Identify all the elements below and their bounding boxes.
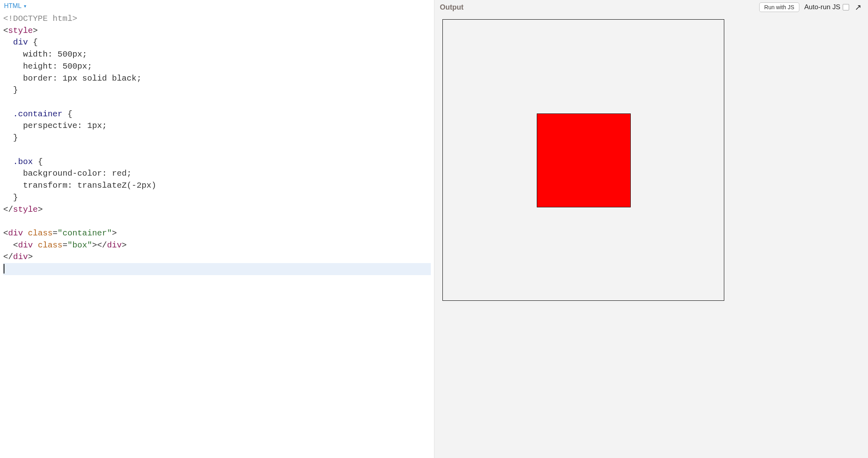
preview-area bbox=[434, 14, 868, 458]
code-line: <!DOCTYPE html> bbox=[3, 13, 431, 25]
code-editor[interactable]: <!DOCTYPE html><style> div { width: 500p… bbox=[0, 11, 434, 458]
code-editor-pane: HTML ▼ <!DOCTYPE html><style> div { widt… bbox=[0, 0, 434, 458]
code-line bbox=[3, 96, 431, 108]
output-pane: Output Run with JS Auto-run JS ↗ bbox=[434, 0, 868, 458]
code-line: background-color: red; bbox=[3, 168, 431, 180]
code-line: .container { bbox=[3, 108, 431, 120]
code-line: perspective: 1px; bbox=[3, 120, 431, 132]
code-line bbox=[3, 215, 431, 227]
code-line: <div class="box"></div> bbox=[3, 239, 431, 251]
autorun-label: Auto-run JS bbox=[804, 3, 840, 11]
code-line bbox=[3, 263, 431, 275]
autorun-toggle[interactable]: Auto-run JS bbox=[804, 3, 849, 11]
expand-icon[interactable]: ↗ bbox=[854, 3, 862, 11]
output-title: Output bbox=[440, 3, 754, 12]
code-line: <div class="container"> bbox=[3, 227, 431, 239]
code-line: border: 1px solid black; bbox=[3, 73, 431, 85]
code-line: div { bbox=[3, 36, 431, 49]
language-label: HTML bbox=[4, 2, 22, 10]
code-line: .box { bbox=[3, 156, 431, 168]
preview-box-div bbox=[537, 113, 631, 207]
code-line: height: 500px; bbox=[3, 61, 431, 73]
code-line: width: 500px; bbox=[3, 49, 431, 61]
code-line: </style> bbox=[3, 204, 431, 216]
caret-down-icon: ▼ bbox=[23, 4, 27, 8]
code-line: } bbox=[3, 132, 431, 144]
code-line: } bbox=[3, 84, 431, 96]
editor-header: HTML ▼ bbox=[0, 0, 434, 11]
code-line: </div> bbox=[3, 251, 431, 263]
code-line: transform: translateZ(-2px) bbox=[3, 180, 431, 192]
code-line bbox=[3, 144, 431, 156]
code-line: <style> bbox=[3, 25, 431, 37]
output-header: Output Run with JS Auto-run JS ↗ bbox=[434, 0, 868, 14]
autorun-checkbox[interactable] bbox=[843, 4, 849, 10]
language-selector[interactable]: HTML ▼ bbox=[4, 2, 27, 10]
code-line: } bbox=[3, 192, 431, 204]
run-with-js-button[interactable]: Run with JS bbox=[759, 2, 800, 12]
preview-container-div bbox=[442, 19, 724, 301]
